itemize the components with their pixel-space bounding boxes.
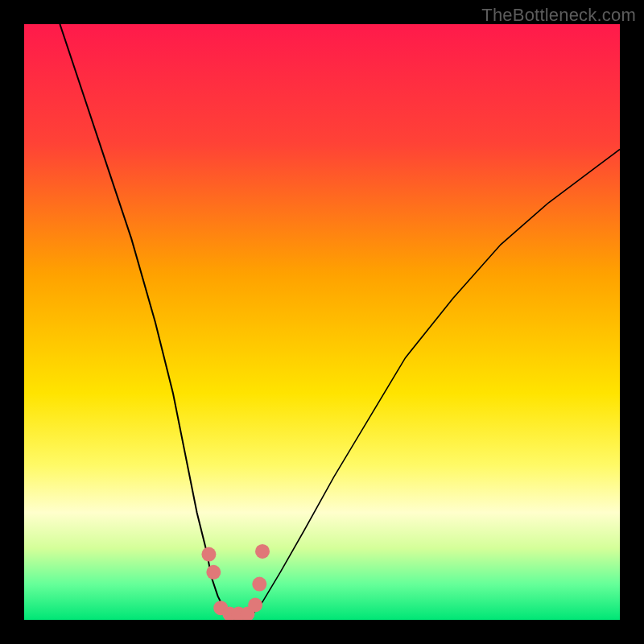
watermark-text: TheBottleneck.com: [481, 5, 636, 26]
optimal-zone-markers: [201, 544, 270, 620]
plot-area: [24, 24, 620, 620]
optimal-marker-dot: [248, 598, 262, 613]
optimal-marker-dot: [252, 577, 266, 592]
optimal-marker-dot: [206, 565, 221, 580]
chart-frame: TheBottleneck.com: [0, 0, 644, 644]
optimal-marker-dot: [201, 547, 216, 562]
optimal-marker-dot: [255, 544, 270, 559]
right-branch-curve: [250, 149, 620, 617]
left-branch-curve: [60, 24, 229, 617]
chart-curves: [24, 24, 620, 620]
